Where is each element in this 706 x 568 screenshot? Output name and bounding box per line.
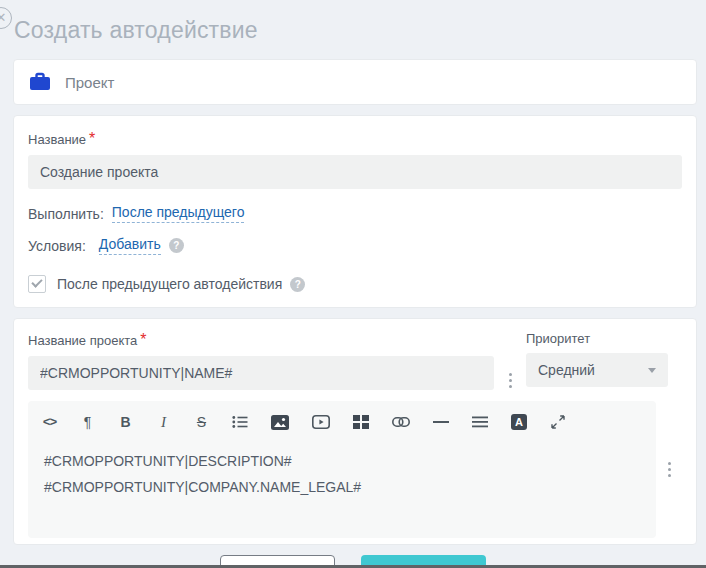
align-icon[interactable]: [472, 413, 488, 431]
autoaction-name-input[interactable]: [28, 155, 682, 189]
expand-icon[interactable]: [550, 413, 565, 431]
project-name-label: Название проекта: [28, 333, 137, 348]
after-previous-checkbox[interactable]: [28, 275, 46, 293]
image-icon[interactable]: [271, 413, 289, 431]
priority-select[interactable]: Средний: [526, 353, 668, 387]
close-icon[interactable]: ✕: [0, 7, 12, 29]
table-icon[interactable]: [353, 413, 369, 431]
required-mark: *: [89, 130, 95, 147]
execute-label: Выполнить:: [28, 206, 104, 222]
after-previous-help-icon[interactable]: ?: [290, 277, 305, 292]
paragraph-icon[interactable]: ¶: [80, 413, 95, 431]
description-editor[interactable]: <> ¶ B I S: [28, 401, 656, 538]
name-field-label: Название: [28, 132, 86, 147]
video-icon[interactable]: [312, 413, 330, 431]
project-description-text[interactable]: #CRMOPPORTUNITY|DESCRIPTION# #CRMOPPORTU…: [28, 438, 656, 510]
entity-type-label: Проект: [65, 74, 114, 91]
project-name-menu-icon[interactable]: [505, 369, 516, 392]
code-icon[interactable]: <>: [42, 413, 57, 431]
editor-menu-icon[interactable]: [664, 458, 675, 481]
project-name-input[interactable]: [28, 356, 494, 390]
bold-icon[interactable]: B: [118, 413, 133, 431]
project-fields-card: Название проекта* Приоритет Средний <> ¶: [13, 318, 697, 545]
checkmark-icon: [31, 276, 42, 287]
conditions-add-link[interactable]: Добавить: [99, 236, 161, 255]
entity-type-card: Проект: [13, 59, 697, 105]
description-line: #CRMOPPORTUNITY|COMPANY.NAME_LEGAL#: [44, 474, 640, 500]
horizontal-rule-icon[interactable]: [433, 413, 449, 431]
link-icon[interactable]: [392, 413, 410, 431]
page-title: Создать автодействие: [14, 17, 706, 44]
required-mark: *: [140, 331, 146, 348]
briefcase-icon: [28, 71, 52, 93]
strikethrough-icon[interactable]: S: [194, 413, 209, 431]
font-color-icon[interactable]: A: [511, 413, 527, 431]
conditions-label: Условия:: [28, 238, 86, 254]
execute-trigger-link[interactable]: После предыдущего: [112, 204, 245, 223]
create-autoaction-modal: ✕ Создать автодействие Проект Название* …: [0, 0, 706, 568]
chevron-down-icon: [648, 368, 656, 373]
after-previous-checkbox-label: После предыдущего автодействия: [57, 276, 282, 292]
conditions-help-icon[interactable]: ?: [169, 238, 184, 253]
priority-label: Приоритет: [526, 331, 668, 346]
editor-toolbar: <> ¶ B I S: [28, 401, 656, 438]
priority-selected-value: Средний: [538, 362, 595, 378]
italic-icon[interactable]: I: [156, 413, 171, 431]
autoaction-settings-card: Название* Выполнить: После предыдущего У…: [13, 115, 697, 308]
bullet-list-icon[interactable]: [232, 413, 248, 431]
description-line: #CRMOPPORTUNITY|DESCRIPTION#: [44, 448, 640, 474]
